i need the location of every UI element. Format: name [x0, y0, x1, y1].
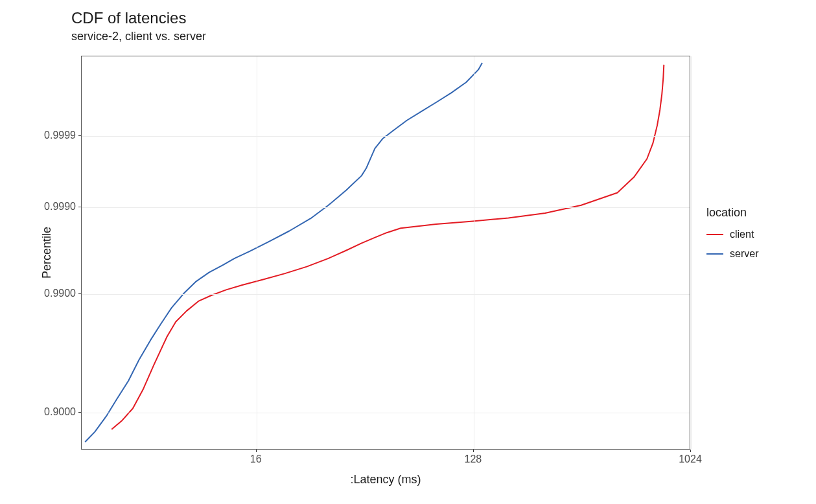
series-client [111, 65, 664, 430]
y-tick-label: 0.9999 [0, 130, 76, 141]
chart-title: CDF of latencies [71, 9, 186, 27]
x-tick-mark [473, 450, 474, 452]
grid-vline [691, 56, 692, 449]
legend: location clientserver [706, 206, 758, 268]
plot-lines-svg [82, 56, 690, 449]
y-tick-mark [78, 293, 81, 294]
legend-key-line [706, 253, 723, 255]
y-axis-title: Percentile [40, 227, 54, 279]
grid-vline [257, 56, 257, 449]
chart-subtitle: service-2, client vs. server [71, 30, 206, 43]
x-tick-mark [690, 450, 691, 452]
y-tick-mark [78, 135, 81, 136]
x-tick-label: 16 [250, 453, 262, 465]
x-tick-label: 1024 [679, 453, 702, 465]
plot-panel [81, 56, 690, 450]
legend-item-server: server [706, 248, 758, 260]
y-tick-label: 0.9900 [0, 288, 76, 299]
cdf-latency-chart: CDF of latencies service-2, client vs. s… [0, 0, 816, 504]
y-tick-mark [78, 412, 81, 413]
x-tick-label: 128 [465, 453, 482, 465]
grid-hline [82, 294, 690, 295]
legend-item-client: client [706, 229, 758, 240]
grid-hline [82, 413, 690, 413]
legend-label: client [730, 229, 754, 240]
legend-title: location [706, 206, 758, 220]
grid-vline [474, 56, 474, 449]
y-tick-mark [78, 207, 81, 207]
grid-hline [82, 136, 690, 137]
y-tick-label: 0.9000 [0, 406, 76, 418]
legend-key-line [706, 234, 723, 235]
grid-hline [82, 207, 690, 208]
x-tick-mark [256, 450, 257, 452]
legend-label: server [730, 248, 758, 260]
x-axis-title: :Latency (ms) [350, 473, 421, 487]
y-tick-label: 0.9990 [0, 201, 76, 212]
